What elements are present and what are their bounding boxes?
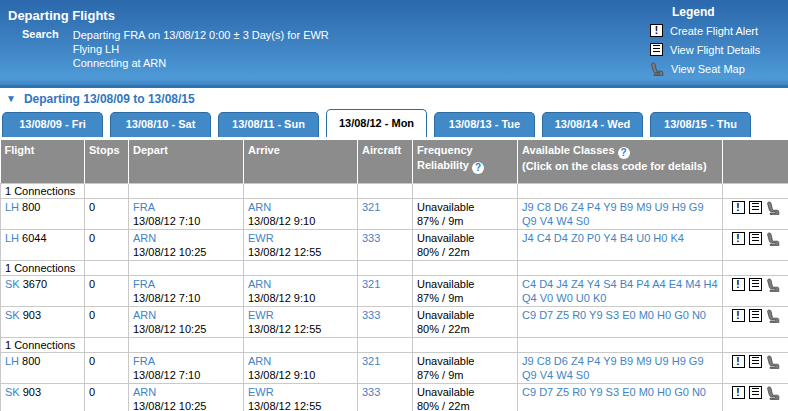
class-code-link[interactable]: A4 [652, 278, 665, 290]
date-tab[interactable]: 13/08/10 - Sat [110, 112, 211, 137]
depart-airport-link[interactable]: FRA [133, 278, 155, 290]
help-icon[interactable] [618, 147, 630, 159]
depart-airport-link[interactable]: FRA [133, 355, 155, 367]
class-code-link[interactable]: M4 [685, 278, 700, 290]
class-code-link[interactable]: K4 [670, 232, 683, 244]
flight-details-icon[interactable] [749, 201, 762, 214]
class-code-link[interactable]: Y4 [603, 232, 616, 244]
arrive-airport-link[interactable]: ARN [248, 355, 271, 367]
class-code-link[interactable]: C4 [537, 232, 551, 244]
class-code-link[interactable]: M0 [639, 309, 654, 321]
aircraft-link[interactable]: 321 [362, 355, 380, 367]
class-code-link[interactable]: D6 [554, 201, 568, 213]
collapse-arrow-icon[interactable]: ▼ [6, 93, 16, 104]
class-code-link[interactable]: H4 [704, 278, 718, 290]
class-code-link[interactable]: E0 [622, 309, 635, 321]
arrive-airport-link[interactable]: EWR [248, 232, 274, 244]
class-code-link[interactable]: G0 [674, 386, 689, 398]
date-tab[interactable]: 13/08/15 - Thu [650, 112, 751, 137]
arrive-airport-link[interactable]: EWR [248, 309, 274, 321]
carrier-code-link[interactable]: SK [5, 386, 20, 398]
class-code-link[interactable]: P0 [587, 232, 600, 244]
seat-map-icon[interactable] [766, 386, 780, 400]
class-code-link[interactable]: W4 [556, 215, 573, 227]
class-code-link[interactable]: C9 [522, 309, 536, 321]
class-code-link[interactable]: Z5 [556, 309, 569, 321]
class-code-link[interactable]: S4 [603, 278, 616, 290]
class-code-link[interactable]: D7 [539, 386, 553, 398]
class-code-link[interactable]: C8 [537, 201, 551, 213]
class-code-link[interactable]: S3 [606, 386, 619, 398]
flight-details-icon[interactable] [749, 309, 762, 322]
date-tab[interactable]: 13/08/11 - Sun [218, 112, 319, 137]
class-code-link[interactable]: N0 [692, 309, 706, 321]
class-code-link[interactable]: U0 [576, 292, 590, 304]
class-code-link[interactable]: H0 [653, 232, 667, 244]
flight-details-icon[interactable] [749, 278, 762, 291]
arrive-airport-link[interactable]: EWR [248, 386, 274, 398]
flight-alert-icon[interactable] [732, 278, 745, 291]
aircraft-link[interactable]: 333 [362, 386, 380, 398]
carrier-code-link[interactable]: LH [5, 355, 19, 367]
date-tab[interactable]: 13/08/14 - Wed [542, 112, 643, 137]
class-code-link[interactable]: H0 [657, 309, 671, 321]
class-code-link[interactable]: D7 [539, 309, 553, 321]
class-code-link[interactable]: V4 [540, 369, 553, 381]
class-code-link[interactable]: H9 [672, 355, 686, 367]
flight-alert-icon[interactable] [732, 309, 745, 322]
seat-map-icon[interactable] [766, 355, 780, 369]
class-code-link[interactable]: H0 [657, 386, 671, 398]
class-code-link[interactable]: B4 [620, 232, 633, 244]
class-code-link[interactable]: R0 [572, 386, 586, 398]
seat-map-icon[interactable] [766, 232, 780, 246]
aircraft-link[interactable]: 333 [362, 232, 380, 244]
flight-alert-icon[interactable] [732, 201, 745, 214]
class-code-link[interactable]: H9 [672, 201, 686, 213]
carrier-code-link[interactable]: SK [5, 278, 20, 290]
seat-map-icon[interactable] [766, 278, 780, 292]
class-code-link[interactable]: W4 [556, 369, 573, 381]
class-code-link[interactable]: Q4 [522, 292, 537, 304]
flight-details-icon[interactable] [749, 232, 762, 245]
aircraft-link[interactable]: 321 [362, 201, 380, 213]
help-icon[interactable] [472, 162, 484, 174]
class-code-link[interactable]: C8 [537, 355, 551, 367]
class-code-link[interactable]: B4 [620, 278, 633, 290]
class-code-link[interactable]: J4 [556, 278, 568, 290]
class-code-link[interactable]: J9 [522, 355, 534, 367]
class-code-link[interactable]: M9 [636, 355, 651, 367]
date-tab[interactable]: 13/08/13 - Tue [434, 112, 535, 137]
class-code-link[interactable]: Z0 [571, 232, 584, 244]
class-code-link[interactable]: C4 [522, 278, 536, 290]
class-code-link[interactable]: Y9 [589, 309, 602, 321]
arrive-airport-link[interactable]: ARN [248, 278, 271, 290]
class-code-link[interactable]: D6 [554, 355, 568, 367]
depart-airport-link[interactable]: ARN [133, 309, 156, 321]
seat-map-icon[interactable] [766, 201, 780, 215]
carrier-code-link[interactable]: LH [5, 201, 19, 213]
class-code-link[interactable]: U0 [636, 232, 650, 244]
class-code-link[interactable]: Y9 [603, 355, 616, 367]
class-code-link[interactable]: P4 [636, 278, 649, 290]
depart-airport-link[interactable]: ARN [133, 232, 156, 244]
class-code-link[interactable]: Z4 [571, 201, 584, 213]
class-code-link[interactable]: Y9 [589, 386, 602, 398]
class-code-link[interactable]: Q9 [522, 369, 537, 381]
class-code-link[interactable]: C9 [522, 386, 536, 398]
class-code-link[interactable]: Q9 [522, 215, 537, 227]
class-code-link[interactable]: R0 [572, 309, 586, 321]
class-code-link[interactable]: M0 [639, 386, 654, 398]
seat-map-icon[interactable] [766, 309, 780, 323]
class-code-link[interactable]: P4 [587, 355, 600, 367]
flight-details-icon[interactable] [749, 355, 762, 368]
aircraft-link[interactable]: 321 [362, 278, 380, 290]
flight-alert-icon[interactable] [732, 355, 745, 368]
arrive-airport-link[interactable]: ARN [248, 201, 271, 213]
class-code-link[interactable]: Z5 [556, 386, 569, 398]
class-code-link[interactable]: S0 [576, 215, 589, 227]
class-code-link[interactable]: D4 [554, 232, 568, 244]
date-tab[interactable]: 13/08/09 - Fri [2, 112, 103, 137]
depart-airport-link[interactable]: FRA [133, 201, 155, 213]
carrier-code-link[interactable]: LH [5, 232, 19, 244]
class-code-link[interactable]: G9 [689, 201, 704, 213]
